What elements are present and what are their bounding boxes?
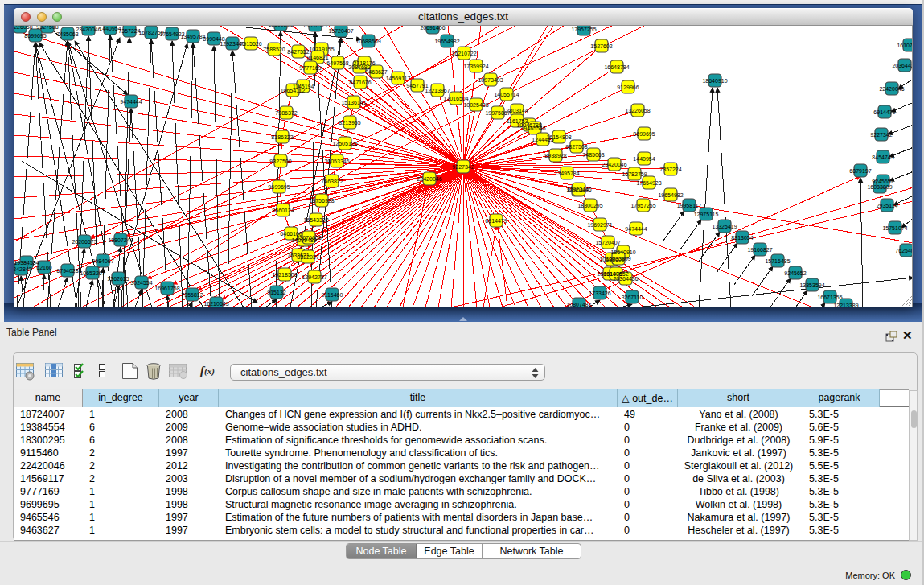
svg-text:19654982: 19654982 [658,192,683,198]
svg-text:9327500: 9327500 [269,159,291,164]
svg-text:9245652: 9245652 [784,270,806,276]
svg-text:1440954: 1440954 [633,156,655,162]
svg-text:8813054: 8813054 [731,235,753,241]
svg-text:23676608: 23676608 [296,235,321,241]
svg-text:9463627: 9463627 [365,69,387,75]
svg-text:18807249: 18807249 [108,237,133,243]
svg-text:9129966: 9129966 [617,84,639,90]
svg-text:20364436: 20364436 [613,276,638,282]
svg-text:10654112: 10654112 [281,88,306,93]
svg-text:9474444: 9474444 [120,99,142,105]
svg-text:10025488: 10025488 [463,102,488,108]
svg-text:8427552: 8427552 [287,49,309,55]
svg-text:7986372: 7986372 [275,110,297,116]
svg-text:20206575: 20206575 [72,239,97,245]
svg-text:18300295: 18300295 [268,26,293,27]
svg-text:20364436: 20364436 [892,63,913,68]
svg-text:12213389: 12213389 [833,303,858,308]
svg-text:7588520: 7588520 [263,47,285,52]
svg-text:8322037: 8322037 [297,254,318,260]
svg-text:18640910: 18640910 [610,249,635,255]
svg-text:6914479: 6914479 [485,218,507,224]
svg-text:19692971: 19692971 [587,222,612,228]
svg-text:22420046: 22420046 [879,86,904,92]
svg-text:16648784: 16648784 [604,64,629,70]
svg-text:6794028: 6794028 [56,268,78,274]
svg-text:16154808: 16154808 [546,134,571,140]
svg-text:3267110: 3267110 [622,295,643,300]
svg-text:17016504: 17016504 [443,96,468,101]
svg-text:19654982: 19654982 [434,39,459,44]
svg-text:17957255: 17957255 [571,27,596,32]
svg-text:15716485: 15716485 [765,258,790,264]
svg-text:13353594: 13353594 [799,282,824,288]
svg-text:16033809: 16033809 [606,256,630,262]
svg-text:8454749: 8454749 [872,154,893,160]
svg-text:9465546: 9465546 [524,126,545,131]
svg-text:16210722: 16210722 [451,51,476,56]
svg-text:13226058: 13226058 [625,108,650,113]
svg-text:7625402: 7625402 [895,248,913,253]
svg-text:2935114: 2935114 [877,203,898,208]
svg-text:17654923: 17654923 [636,180,661,186]
svg-text:1733426: 1733426 [589,290,610,296]
svg-text:9115460: 9115460 [322,292,343,298]
svg-text:8471676: 8471676 [349,80,371,85]
svg-text:9245652: 9245652 [872,179,893,184]
svg-text:16033809: 16033809 [867,184,892,190]
svg-text:19756928: 19756928 [309,198,334,204]
svg-text:9777169: 9777169 [299,65,321,71]
svg-text:19692971: 19692971 [302,26,327,28]
svg-text:14569117: 14569117 [386,76,411,81]
svg-text:12923446: 12923446 [566,187,591,192]
svg-text:9227342: 9227342 [452,164,474,170]
svg-text:17359924: 17359924 [463,64,488,69]
svg-text:13325419: 13325419 [712,224,737,229]
svg-text:8938928: 8938928 [544,153,566,159]
svg-text:3024554: 3024554 [130,280,152,286]
svg-text:19958117: 19958117 [677,203,702,208]
svg-text:16782759: 16782759 [622,171,647,177]
svg-text:8186323: 8186323 [271,134,293,140]
svg-text:1362615: 1362615 [107,276,129,282]
svg-text:13226058: 13226058 [14,26,33,30]
svg-text:15720407: 15720407 [328,28,353,34]
svg-text:2718176: 2718176 [353,60,375,66]
svg-text:12505135: 12505135 [332,141,357,146]
svg-text:23420046: 23420046 [76,27,101,32]
svg-text:17957255: 17957255 [630,203,655,208]
svg-text:14055714: 14055714 [494,92,519,97]
svg-text:7357224: 7357224 [659,167,681,172]
svg-text:8699695: 8699695 [633,131,655,137]
svg-text:18300295: 18300295 [577,203,602,208]
svg-text:16107552: 16107552 [897,43,913,48]
svg-text:7485063: 7485063 [582,152,604,158]
svg-text:6497568: 6497568 [326,60,348,66]
svg-text:15136141: 15136141 [341,100,366,105]
svg-text:9084067: 9084067 [92,258,113,264]
svg-text:12213967: 12213967 [425,88,450,93]
svg-text:10719155: 10719155 [309,47,334,52]
svg-text:9327508: 9327508 [36,26,58,30]
svg-text:9327508: 9327508 [565,144,587,150]
svg-text:23420046: 23420046 [602,162,626,167]
svg-text:19218506: 19218506 [272,272,297,278]
svg-text:9699695: 9699695 [268,184,290,190]
svg-text:15720407: 15720407 [595,240,620,245]
svg-text:9227342: 9227342 [870,132,892,138]
svg-text:62160: 62160 [36,265,52,270]
svg-text:915132: 915132 [267,290,285,295]
svg-text:7955812: 7955812 [181,292,203,298]
svg-text:10973493: 10973493 [478,77,503,83]
svg-text:13495784: 13495784 [180,34,205,39]
svg-text:16210643: 16210643 [203,301,228,307]
svg-text:9146821: 9146821 [306,55,328,60]
svg-text:10653267: 10653267 [80,270,105,276]
svg-text:12975115: 12975115 [694,212,719,217]
svg-text:7515526: 7515526 [240,41,261,47]
svg-text:6879197: 6879197 [849,168,871,174]
svg-text:16543382: 16543382 [303,217,328,223]
svg-text:15751074: 15751074 [882,225,907,231]
svg-text:20053346: 20053346 [324,159,349,164]
svg-text:1527602: 1527602 [590,43,612,49]
